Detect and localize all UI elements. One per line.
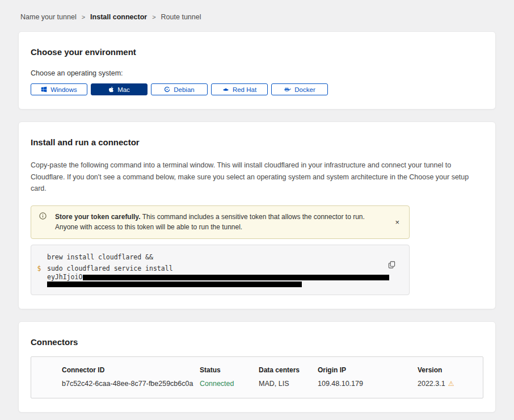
debian-icon	[164, 86, 170, 93]
os-button-label: Mac	[117, 86, 130, 93]
info-icon	[39, 212, 47, 223]
terminal-command-block: brew install cloudflared && $ sudo cloud…	[31, 245, 410, 295]
version-value: 2022.3.1	[418, 380, 445, 388]
connectors-table-header: Connector ID Status Data centers Origin …	[62, 366, 477, 380]
copy-icon[interactable]	[387, 260, 397, 271]
terminal-command-text: brew install cloudflared &&	[47, 251, 153, 263]
breadcrumb-separator: >	[152, 14, 155, 20]
environment-card: Choose your environment Choose an operat…	[18, 31, 496, 110]
terminal-command-text: sudo cloudflared service install	[47, 263, 173, 274]
connectors-card: Connectors Connector ID Status Data cent…	[18, 321, 496, 413]
terminal-token-line-2	[31, 280, 409, 287]
os-button-label: Docker	[294, 86, 315, 93]
close-icon[interactable]: ×	[393, 217, 402, 227]
breadcrumb: Name your tunnel > Install connector > R…	[0, 0, 514, 31]
install-connector-card: Install and run a connector Copy-paste t…	[18, 121, 496, 309]
col-header-origin-ip: Origin IP	[318, 366, 418, 380]
table-row: b7c52c42-6caa-48ee-8c77-fbe259cb6c0a Con…	[62, 380, 477, 388]
col-header-connector-id: Connector ID	[62, 366, 200, 380]
version-value-wrap: 2022.3.1 ⚠	[418, 380, 477, 388]
terminal-token-line: eyJhIjoiO	[31, 274, 409, 280]
version-warning-icon: ⚠	[448, 380, 454, 387]
connector-id-value: b7c52c42-6caa-48ee-8c77-fbe259cb6c0a	[62, 380, 200, 388]
col-header-status: Status	[200, 366, 259, 380]
token-warning-banner: Store your token carefully. This command…	[31, 205, 410, 239]
breadcrumb-route-tunnel[interactable]: Route tunnel	[161, 13, 201, 21]
redacted-token-bar	[83, 275, 389, 280]
redacted-token-bar	[47, 282, 302, 287]
os-button-label: Windows	[50, 86, 77, 93]
terminal-line-1: brew install cloudflared &&	[31, 251, 409, 263]
connectors-title: Connectors	[31, 337, 483, 347]
install-connector-title: Install and run a connector	[31, 137, 483, 147]
os-select-label: Choose an operating system:	[31, 69, 483, 77]
environment-card-title: Choose your environment	[31, 47, 483, 57]
breadcrumb-install-connector[interactable]: Install connector	[90, 13, 147, 21]
os-button-group: Windows Mac Debian Red Hat Docker	[31, 83, 483, 95]
terminal-line-2: $ sudo cloudflared service install	[31, 263, 409, 274]
os-button-debian[interactable]: Debian	[151, 83, 208, 95]
col-header-version: Version	[418, 366, 477, 380]
data-centers-value: MAD, LIS	[259, 380, 318, 388]
os-button-label: Debian	[174, 86, 194, 93]
os-button-label: Red Hat	[233, 86, 256, 93]
redhat-icon	[222, 86, 229, 93]
apple-icon	[108, 86, 114, 93]
os-button-docker[interactable]: Docker	[271, 83, 328, 95]
os-button-mac[interactable]: Mac	[91, 83, 148, 95]
dollar-prompt: $	[31, 263, 47, 274]
breadcrumb-separator: >	[82, 14, 85, 20]
status-badge: Connected	[200, 380, 259, 388]
os-button-windows[interactable]: Windows	[31, 83, 87, 95]
breadcrumb-name-your-tunnel[interactable]: Name your tunnel	[20, 13, 77, 21]
install-connector-description: Copy-paste the following command into a …	[31, 159, 482, 195]
origin-ip-value: 109.48.10.179	[318, 380, 418, 388]
docker-icon	[284, 86, 291, 93]
col-header-data-centers: Data centers	[259, 366, 318, 380]
os-button-redhat[interactable]: Red Hat	[211, 83, 268, 95]
warning-bold-text: Store your token carefully.	[55, 213, 141, 221]
connectors-table: Connector ID Status Data centers Origin …	[31, 356, 483, 398]
token-prefix-text: eyJhIjoiO	[47, 274, 82, 280]
windows-icon	[41, 86, 47, 93]
